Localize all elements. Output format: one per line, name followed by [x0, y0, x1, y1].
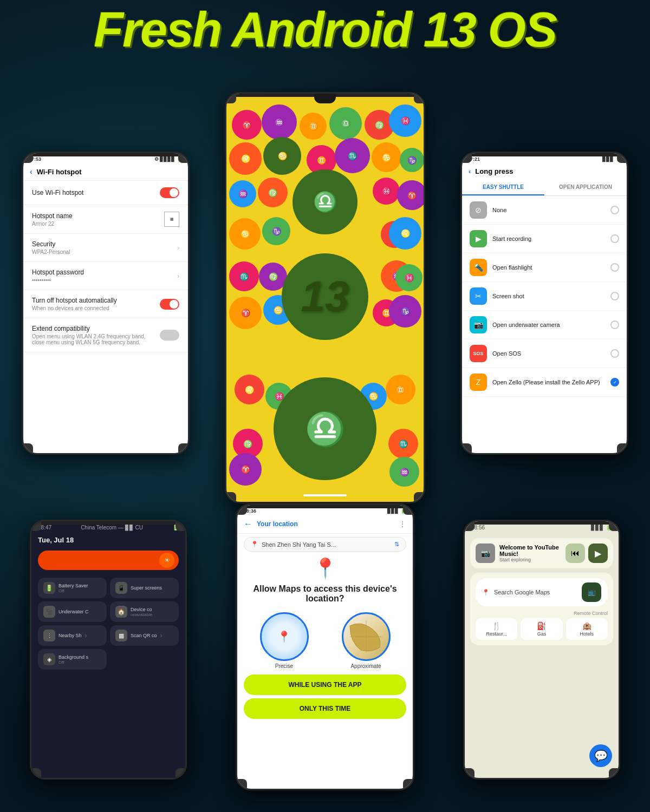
maps-place-restaurant[interactable]: 🍴 Restaur... — [476, 618, 517, 640]
qs-tile-underwater[interactable]: 🎥 Underwater C — [38, 601, 107, 622]
maps-place-hotels[interactable]: 🏨 Hotels — [566, 618, 608, 640]
qs-tile-nearby[interactable]: ⋮ Nearby Sh › — [38, 625, 107, 646]
qs-tile-battery[interactable]: 🔋 Battery Saver Off — [38, 578, 107, 598]
android-13-center: 13 — [282, 253, 368, 340]
tab-easy-shuttle[interactable]: EASY SHUTTLE — [462, 180, 544, 195]
maps-widget-icon: 📍 — [482, 589, 490, 596]
maps-location-row[interactable]: 📍 Shen Zhen Shi Yang Tai S... ⇅ — [244, 537, 406, 552]
yt-widget-sub: Start exploring — [499, 557, 561, 562]
status-bar-1: 17:53 ⚙ ▊▊▊▊ 🔋 — [23, 153, 188, 163]
restaurant-icon: 🍴 — [479, 621, 514, 630]
lp-radio-flashlight[interactable] — [610, 263, 619, 272]
wifi-name-label: Hotspot name — [32, 212, 73, 220]
maps-while-using-btn[interactable]: WHILE USING THE APP — [244, 675, 406, 695]
battery-saver-icon: 🔋 — [43, 582, 55, 594]
wifi-row-name[interactable]: Hotspot name Armor 22 ▦ — [23, 205, 188, 234]
chat-bubble-icon[interactable]: 💬 — [589, 744, 612, 767]
lp-radio-sos[interactable] — [610, 349, 619, 358]
wifi-header: ‹ Wi-Fi hotspot — [23, 163, 188, 181]
lp-item-screenshot[interactable]: ✂ Screen shot — [462, 282, 627, 311]
wifi-extend-toggle[interactable] — [160, 330, 179, 340]
maps-accuracy-options: 📍 Precise Approximate — [246, 612, 404, 669]
lp-radio-none[interactable] — [610, 206, 619, 214]
lp-item-sos[interactable]: SOS Open SOS — [462, 339, 627, 368]
maps-approximate-option[interactable]: Approximate — [328, 612, 404, 669]
qs-tile-device[interactable]: 🏠 Device co unavailable — [110, 601, 179, 622]
zodiac-bubble: ♓ — [373, 178, 400, 205]
zodiac-bubble: ♋ — [372, 142, 401, 172]
qr-code-icon[interactable]: ▦ — [164, 212, 179, 227]
maps-search-row[interactable]: 📍 Search Google Maps 📺 — [476, 578, 608, 606]
maps-places-row: 🍴 Restaur... ⛽ Gas 🏨 Hotels — [476, 618, 608, 640]
gas-label: Gas — [524, 631, 559, 637]
chevron-icon-password: › — [177, 272, 179, 280]
maps-swap-icon[interactable]: ⇅ — [394, 541, 399, 548]
background-icon: ◈ — [43, 653, 55, 665]
maps-dialog-icon: 📍 — [246, 557, 404, 580]
lp-item-none[interactable]: ⊘ None — [462, 196, 627, 225]
wifi-auto-sub: When no devices are connected — [32, 305, 155, 311]
lp-item-underwater[interactable]: 📷 Open underwater camera — [462, 311, 627, 339]
maps-only-this-time-btn[interactable]: ONLY THIS TIME — [244, 698, 406, 719]
youtube-music-widget[interactable]: 📷 Welcome to YouTube Music! Start explor… — [470, 538, 613, 568]
lp-label-none: None — [492, 207, 610, 213]
maps-title: Your location — [257, 520, 298, 528]
device-icon: 🏠 — [115, 606, 127, 618]
qs-tile-qr[interactable]: ▦ Scan QR co › — [110, 625, 179, 646]
qs-tile-background[interactable]: ◈ Background s Off — [38, 649, 107, 670]
gas-icon: ⛽ — [524, 621, 559, 630]
longpress-header: ‹ Long press — [462, 163, 627, 180]
wifi-row-auto: Turn off hotspot automatically When no d… — [23, 290, 188, 318]
wifi-auto-toggle[interactable] — [160, 299, 179, 310]
maps-precise-circle: 📍 — [260, 612, 309, 661]
lp-item-zello[interactable]: Z Open Zello (Please install the Zello A… — [462, 368, 627, 397]
wifi-use-toggle[interactable] — [160, 187, 179, 198]
zodiac-bubble: ♍ — [258, 178, 288, 207]
zodiac-bubble: ♏ — [335, 138, 370, 173]
qs-tile-super-screens[interactable]: 📱 Super screens — [110, 578, 179, 598]
maps-screen: 18:36 ▊▊▊ 🔋 ← Your location ⋮ 📍 Shen Zhe… — [237, 505, 413, 789]
remote-label: Remote Control — [476, 611, 608, 616]
lp-radio-screenshot[interactable] — [610, 292, 619, 300]
wifi-security-label: Security — [32, 240, 70, 248]
lp-item-recording[interactable]: ▶ Start recording — [462, 225, 627, 253]
yt-prev-btn[interactable]: ⏮ — [566, 543, 585, 563]
lp-label-recording: Start recording — [492, 235, 610, 242]
lp-radio-zello-selected[interactable]: ✓ — [610, 378, 619, 387]
yt-widget-title: Welcome to YouTube Music! — [499, 544, 561, 557]
lp-title: Long press — [475, 167, 513, 175]
lp-item-flashlight[interactable]: 🔦 Open flashlight — [462, 253, 627, 282]
background-status: Off — [58, 660, 88, 665]
wifi-auto-label: Turn off hotspot automatically — [32, 297, 155, 304]
lp-radio-underwater[interactable] — [610, 320, 619, 329]
quick-settings-screen: 18:47 China Telecom — ▊▊ CU 🔋 Tue, Jul 1… — [31, 521, 185, 778]
brightness-knob[interactable]: ☀ — [159, 553, 174, 568]
battery-saver-status: Off — [58, 588, 88, 593]
maps-search-text: Search Google Maps — [494, 589, 577, 595]
brightness-slider[interactable]: ☀ — [38, 551, 179, 570]
maps-precise-option[interactable]: 📍 Precise — [246, 612, 322, 669]
home-indicator — [303, 494, 347, 496]
qr-chevron: › — [160, 632, 162, 639]
lp-label-zello: Open Zello (Please install the Zello APP… — [492, 379, 610, 385]
yt-play-btn[interactable]: ▶ — [588, 543, 608, 563]
wifi-row-password[interactable]: Hotspot password •••••••••• › — [23, 262, 188, 290]
wifi-row-security[interactable]: Security WPA2-Personal › — [23, 234, 188, 262]
lp-back-icon[interactable]: ‹ — [469, 167, 471, 175]
qs-date: Tue, Jul 18 — [31, 534, 185, 546]
maps-back-icon[interactable]: ← — [244, 519, 252, 529]
zodiac-bubble: ♑ — [262, 217, 290, 245]
lp-radio-recording[interactable] — [610, 234, 619, 243]
phone-widgets: 18:56 ▊▊▊ 🔋 📷 Welcome to YouTube Music! … — [463, 520, 620, 780]
tab-open-application[interactable]: OPEN APPLICATION — [544, 180, 627, 195]
remote-control-btn[interactable]: 📺 — [582, 582, 601, 602]
yt-text-container: Welcome to YouTube Music! Start explorin… — [499, 544, 561, 562]
maps-place-gas[interactable]: ⛽ Gas — [521, 618, 562, 640]
lp-label-screenshot: Screen shot — [492, 293, 610, 299]
back-icon[interactable]: ‹ — [30, 167, 32, 176]
widgets-screen: 18:56 ▊▊▊ 🔋 📷 Welcome to YouTube Music! … — [465, 521, 619, 778]
zodiac-bubble: ♋ — [229, 218, 261, 250]
maps-menu-icon[interactable]: ⋮ — [399, 520, 406, 528]
maps-approx-label: Approximate — [328, 663, 404, 669]
wifi-security-value: WPA2-Personal — [32, 249, 70, 255]
